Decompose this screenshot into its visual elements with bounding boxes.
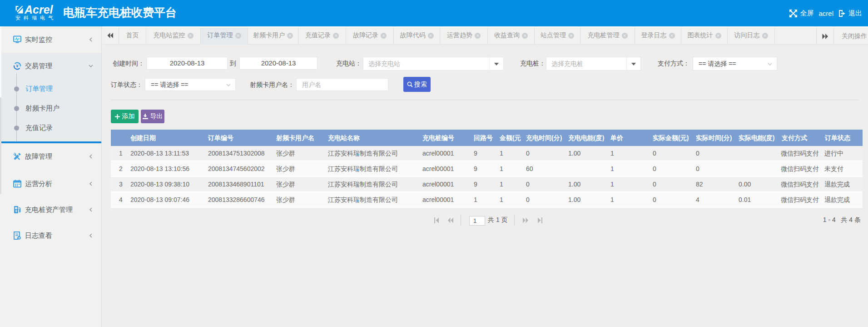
svg-text:¥: ¥ [16, 63, 19, 68]
